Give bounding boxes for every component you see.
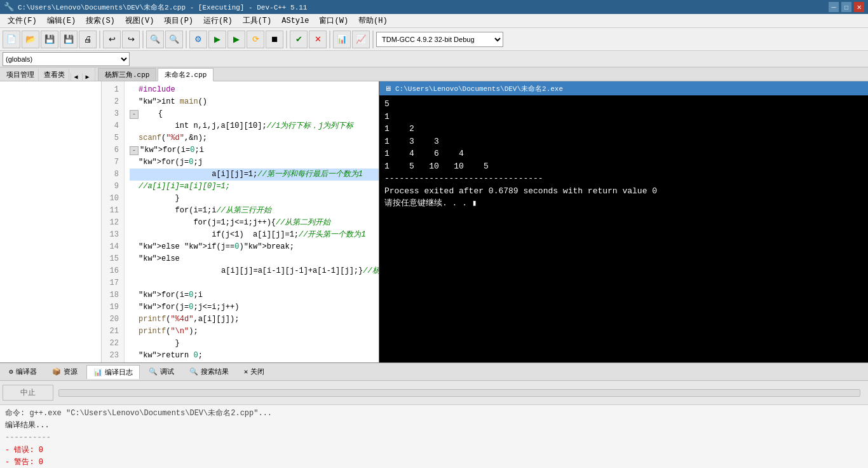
globals-bar: (globals) [0,51,868,67]
maximize-button[interactable]: □ [841,2,851,12]
bottom-tab-label-2: 编译日志 [105,368,133,377]
bottom-tab-资源[interactable]: 📦资源 [46,365,84,378]
compile-run-button[interactable]: ▶ [227,31,245,48]
close-button[interactable]: ✕ [854,2,864,12]
code-line-11[interactable]: for(i=1;i//从第三行开始 [130,205,379,217]
compile-button[interactable]: ⚙ [189,31,207,48]
globals-select[interactable]: (globals) [3,52,130,66]
fold-marker-6[interactable]: - [130,146,139,155]
bottom-tab-关闭[interactable]: ✕关闭 [238,365,271,378]
code-line-19[interactable]: "kw">for(j=0;j<=i;j++) [130,301,379,313]
title-controls[interactable]: ─ □ ✕ [829,2,864,12]
console-line-8: Process exited after 0.6789 seconds with… [384,185,863,198]
check-button[interactable]: ✔ [290,31,308,48]
code-line-8[interactable]: a[i][j]=1;//第一列和每行最后一个数为1 [130,169,379,181]
code-line-3[interactable]: - { [130,108,379,120]
undo-button[interactable]: ↩ [103,31,121,48]
menu-item-T[interactable]: 工具(T) [238,14,277,27]
minimize-button[interactable]: ─ [829,2,839,12]
bottom-tab-调试[interactable]: 🔍调试 [142,365,180,378]
editor-tab-yanghuisanjiao[interactable]: 杨辉三角.cpp [98,68,156,81]
log-line-0: 命令: g++.exe "C:\Users\Lenovo\Documents\D… [5,408,863,420]
search-button[interactable]: 🔍 [146,31,164,48]
bottom-content: 命令: g++.exe "C:\Users\Lenovo\Documents\D… [0,405,868,468]
rebuild-button[interactable]: ⟳ [247,31,264,48]
project-manager-tab[interactable]: 项目管理 [3,69,39,81]
redo-button[interactable]: ↪ [122,31,140,48]
code-line-18[interactable]: "kw">for(i=0;i [130,289,379,301]
bottom-tab-搜索结果[interactable]: 🔍搜索结果 [183,365,235,378]
code-line-23[interactable]: "kw">return 0; [130,350,379,362]
nav-next-button[interactable]: ▶ [82,73,92,81]
replace-button[interactable]: 🔍 [165,31,183,48]
new-file-button[interactable]: 📄 [3,31,20,48]
save-button[interactable]: 💾 [41,31,58,48]
code-line-7[interactable]: "kw">for(j=0;j [130,156,379,169]
line-number-11: 11 [102,205,121,217]
code-line-1[interactable]: #include [130,84,379,96]
menu-item-R[interactable]: 运行(R) [198,14,238,27]
code-lines[interactable]: #include "kw">int main()- { int n,i,j,a[… [125,81,379,362]
nav-prev-button[interactable]: ◀ [71,73,81,81]
code-line-16[interactable]: a[i][j]=a[i-1][j-1]+a[i-1][j];}//杨辉三角规律 [130,265,379,277]
line-number-7: 7 [102,156,121,169]
run-button[interactable]: ▶ [208,31,226,48]
log-line-3: - 错误: 0 [5,444,863,457]
menu-item-AStyle[interactable]: AStyle [276,15,314,27]
menu-item-P[interactable]: 项目(P) [159,14,198,27]
editor-area[interactable]: 123456789101112131415161718192021222324 … [102,81,379,362]
editor-tab-unnamed2[interactable]: 未命名2.cpp [158,68,214,81]
menu-item-W[interactable]: 窗口(W) [314,14,353,27]
console-title-bar: 🖥 C:\Users\Lenovo\Documents\DEV\未命名2.exe [379,81,868,95]
code-line-2[interactable]: "kw">int main() [130,96,379,108]
code-line-4[interactable]: int n,i,j,a[10][10];//i为行下标，j为列下标 [130,120,379,132]
menu-item-H[interactable]: 帮助(H) [353,14,393,27]
console-body[interactable]: 511 21 3 31 4 6 41 5 10 10 5------------… [379,95,868,362]
code-line-14[interactable]: "kw">else "kw">if(j==0)"kw">break; [130,241,379,253]
bottom-panel: ⚙编译器📦资源📊编译日志🔍调试🔍搜索结果✕关闭 中止 命令: g++.exe "… [0,362,868,468]
debug-button[interactable]: 📈 [352,31,370,48]
bottom-tab-编译器[interactable]: ⚙编译器 [3,365,43,378]
open-file-button[interactable]: 📂 [22,31,39,48]
code-line-9[interactable]: //a[i][i]=a[i][0]=1; [130,181,379,193]
code-line-10[interactable]: } [130,193,379,205]
class-view-tab[interactable]: 查看类 [40,69,69,81]
line-number-9: 9 [102,181,121,193]
chart-button[interactable]: 📊 [333,31,351,48]
app-icon: 🔧 [4,2,14,12]
code-line-13[interactable]: if(j<1) a[i][j]=1;//开头第一个数为1 [130,229,379,241]
line-number-13: 13 [102,229,121,241]
line-number-24: 24 [102,362,121,362]
error-button[interactable]: ✕ [309,31,327,48]
line-number-19: 19 [102,301,121,313]
stop-button[interactable]: ⏹ [266,31,283,48]
menu-item-F[interactable]: 文件(F) [3,14,42,27]
console-icon: 🖥 [384,85,391,93]
print-button[interactable]: 🖨 [79,31,97,48]
bottom-tab-icon-4: 🔍 [189,368,198,376]
menu-item-S[interactable]: 搜索(S) [81,14,120,27]
menu-item-V[interactable]: 视图(V) [120,14,159,27]
compiler-select[interactable]: TDM-GCC 4.9.2 32-bit Debug [376,32,503,47]
code-line-24[interactable]: } [130,362,379,362]
code-line-15[interactable]: "kw">else [130,253,379,265]
bottom-tab-编译日志[interactable]: 📊编译日志 [86,365,140,379]
bottom-tabs: ⚙编译器📦资源📊编译日志🔍调试🔍搜索结果✕关闭 [0,363,868,381]
line-number-17: 17 [102,277,121,289]
code-line-12[interactable]: for(j=1;j<=i;j++){//从第二列开始 [130,217,379,229]
save-all-button[interactable]: 💾 [60,31,78,48]
code-line-6[interactable]: - "kw">for(i=0;i [130,144,379,156]
code-line-21[interactable]: printf("\n"); [130,326,379,338]
stop-execution-button[interactable]: 中止 [3,385,53,401]
title-bar: 🔧 C:\Users\Lenovo\Documents\DEV\未命名2.cpp… [0,0,868,14]
code-line-22[interactable]: } [130,338,379,350]
menu-item-E[interactable]: 编辑(E) [42,14,81,27]
code-line-20[interactable]: printf("%4d",a[i][j]); [130,313,379,326]
code-line-5[interactable]: scanf("%d",&n); [130,132,379,144]
line-number-23: 23 [102,350,121,362]
fold-marker-3[interactable]: - [130,110,139,119]
code-line-17[interactable] [130,277,379,289]
line-number-3: 3 [102,108,121,120]
bottom-tab-icon-2: 📊 [93,368,102,376]
code-container[interactable]: 123456789101112131415161718192021222324 … [102,81,379,362]
